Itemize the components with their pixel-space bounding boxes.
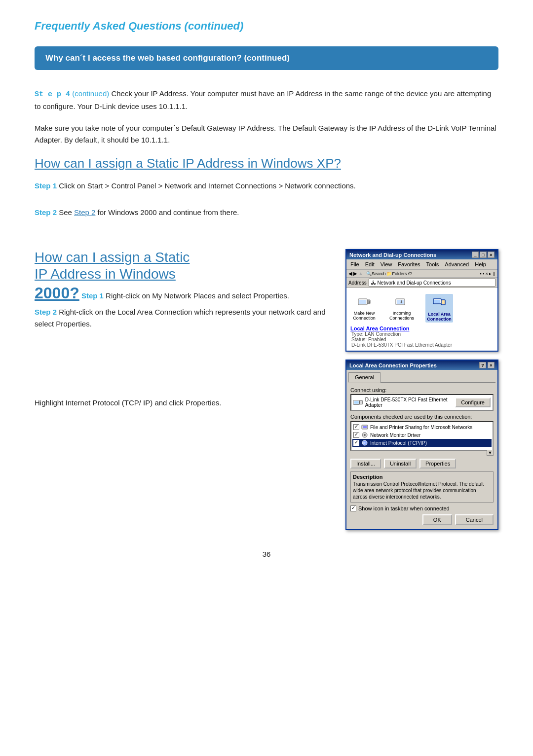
step2-suffix: for Windows 2000 and continue from there… — [98, 208, 239, 216]
menu-file[interactable]: File — [348, 260, 361, 268]
ok-cancel-row: OK Cancel — [350, 514, 494, 525]
uninstall-btn[interactable]: Uninstall — [384, 459, 417, 468]
titlebar-buttons: _ □ × — [472, 252, 495, 258]
component-name-1: Network Monitor Driver — [370, 432, 420, 438]
step1-label: Step 1 — [35, 181, 57, 190]
dialog2-tab-bar: General — [348, 372, 495, 383]
svg-rect-10 — [442, 300, 445, 304]
address-input[interactable]: 🖧 Network and Dial-up Connections — [369, 279, 495, 287]
section3-container: How can I assign a Static IP Address in … — [35, 249, 498, 530]
maximize-btn[interactable]: □ — [480, 252, 487, 258]
component-icon-0 — [361, 424, 368, 431]
dialog1-titlebar: Network and Dial-up Connections _ □ × — [346, 250, 497, 259]
dialog1-toolbar: ◀ ▶ ▲ 🔍Search 📁Folders ⏱ ▪ ▪ × ▸ ∥ — [346, 270, 497, 278]
configure-btn[interactable]: Configure — [455, 397, 491, 407]
section3-step2-text: Right-click on the Local Area Connection… — [35, 308, 325, 328]
search-btn[interactable]: 🔍Search — [366, 271, 386, 276]
checkbox-0[interactable] — [353, 424, 359, 430]
dialog1-title: Network and Dial-up Connections — [349, 252, 436, 258]
up-btn[interactable]: ▲ — [358, 271, 363, 276]
install-uninstall-row: Install... Uninstall Properties — [350, 459, 494, 468]
dialog2-close-btn[interactable]: × — [488, 362, 495, 368]
dialog1-menubar: File Edit View Favorites Tools Advanced … — [346, 259, 497, 270]
scroll-down[interactable]: ▼ — [487, 450, 494, 456]
component-item-2[interactable]: IP Internet Protocol (TCP/IP) — [352, 439, 492, 447]
menu-view[interactable]: View — [379, 260, 394, 268]
dialog1-content: + Make New Connection ⬇ — [346, 288, 497, 351]
close-btn[interactable]: × — [488, 252, 495, 258]
section3-step1-label: Step 1 — [81, 291, 104, 300]
connect-using-section: Connect using: D-Link DFE-530TX PCI Fast… — [350, 387, 494, 411]
ok-btn[interactable]: OK — [422, 514, 452, 525]
network-connections-dialog: Network and Dial-up Connections _ □ × Fi… — [345, 249, 498, 352]
page-title: Frequently Asked Questions (continued) — [35, 20, 498, 33]
section3-title-line1: How can I assign a Static — [35, 250, 190, 265]
dialog2-help-btn[interactable]: ? — [479, 362, 486, 368]
components-label: Components checked are used by this conn… — [350, 414, 494, 420]
menu-favorites[interactable]: Favorites — [396, 260, 422, 268]
connection-title: Local Area Connection — [350, 325, 494, 331]
step1-text: Click on Start > Control Panel > Network… — [59, 181, 356, 190]
minimize-btn[interactable]: _ — [472, 252, 479, 258]
forward-btn[interactable]: ▶ — [353, 271, 357, 276]
connect-using-label: Connect using: — [350, 387, 494, 393]
right-column: Network and Dial-up Connections _ □ × Fi… — [345, 249, 498, 530]
dialog2-title: Local Area Connection Properties — [349, 362, 437, 368]
connection-details: Local Area Connection Type: LAN Connecti… — [350, 325, 494, 348]
properties-btn[interactable]: Properties — [419, 459, 456, 468]
components-section: Components checked are used by this conn… — [350, 414, 494, 456]
menu-edit[interactable]: Edit — [363, 260, 377, 268]
checkbox-1[interactable] — [353, 432, 359, 438]
component-name-2: Internet Protocol (TCP/IP) — [370, 440, 427, 446]
component-item-0[interactable]: File and Printer Sharing for Microsoft N… — [352, 423, 492, 431]
show-icon-checkbox[interactable] — [350, 505, 356, 511]
component-name-0: File and Printer Sharing for Microsoft N… — [370, 425, 472, 430]
checkbox-2[interactable] — [353, 440, 359, 446]
address-label: Address — [348, 280, 367, 286]
menu-advanced[interactable]: Advanced — [443, 260, 471, 268]
make-new-connection-label: Make New Connection — [350, 311, 378, 321]
incoming-connections-icon[interactable]: ⬇ Incoming Connections — [388, 294, 416, 323]
svg-rect-13 — [360, 400, 363, 404]
paragraph2: Make sure you take note of your computer… — [35, 122, 498, 146]
description-section: Description Transmission Control Protoco… — [350, 471, 494, 503]
component-icon-2: IP — [361, 439, 368, 446]
page-number: 36 — [35, 550, 498, 558]
lan-img — [431, 295, 447, 311]
section2-step2: Step 2 See Step 2 for Windows 2000 and c… — [35, 207, 498, 218]
make-new-connection-icon[interactable]: + Make New Connection — [350, 294, 378, 323]
step4-continued: (continued) — [72, 89, 109, 98]
folders-btn[interactable]: 📁Folders — [386, 271, 407, 276]
dialog2-titlebar-buttons: ? × — [479, 362, 495, 368]
menu-help[interactable]: Help — [473, 260, 488, 268]
connection-status: Status: Enabled — [351, 337, 494, 342]
description-text: Transmission Control Protocol/Internet P… — [353, 481, 491, 500]
menu-tools[interactable]: Tools — [424, 260, 441, 268]
local-area-connection-icon[interactable]: Local Area Connection — [425, 294, 453, 323]
back-btn[interactable]: ◀ — [348, 271, 352, 276]
svg-text:⬇: ⬇ — [400, 300, 403, 304]
section2-title: How can I assign a Static IP Address in … — [35, 156, 498, 171]
install-btn[interactable]: Install... — [350, 459, 381, 468]
lan-properties-dialog: Local Area Connection Properties ? × Gen… — [345, 360, 498, 530]
section3-step1-text: Right-click on My Network Places and sel… — [106, 291, 289, 300]
show-icon-label: Show icon in taskbar when connected — [358, 505, 450, 511]
adapter-info: D-Link DFE-530TX PCI Fast Ethernet Adapt… — [353, 397, 455, 408]
svg-text:IP: IP — [363, 441, 367, 445]
tab-general[interactable]: General — [348, 372, 381, 383]
step2-link[interactable]: Step 2 — [74, 208, 95, 216]
icon-grid: + Make New Connection ⬇ — [350, 294, 494, 323]
component-icon-1 — [361, 432, 368, 438]
section3-title: How can I assign a Static IP Address in … — [35, 249, 331, 282]
history-btn[interactable]: ⏱ — [408, 271, 412, 276]
cancel-btn[interactable]: Cancel — [455, 514, 494, 525]
svg-rect-15 — [363, 426, 367, 428]
year-heading-block: 2000? Step 1 Right-click on My Network P… — [35, 284, 331, 302]
adapter-name: D-Link DFE-530TX PCI Fast Ethernet Adapt… — [365, 397, 456, 408]
section2-step1: Step 1 Click on Start > Control Panel > … — [35, 180, 498, 192]
components-list: File and Printer Sharing for Microsoft N… — [350, 421, 494, 451]
section3-step2: Step 2 Right-click on the Local Area Con… — [35, 306, 331, 330]
step2-see: See — [59, 208, 72, 216]
lan-label: Local Area Connection — [426, 312, 452, 322]
component-item-1[interactable]: Network Monitor Driver — [352, 431, 492, 439]
